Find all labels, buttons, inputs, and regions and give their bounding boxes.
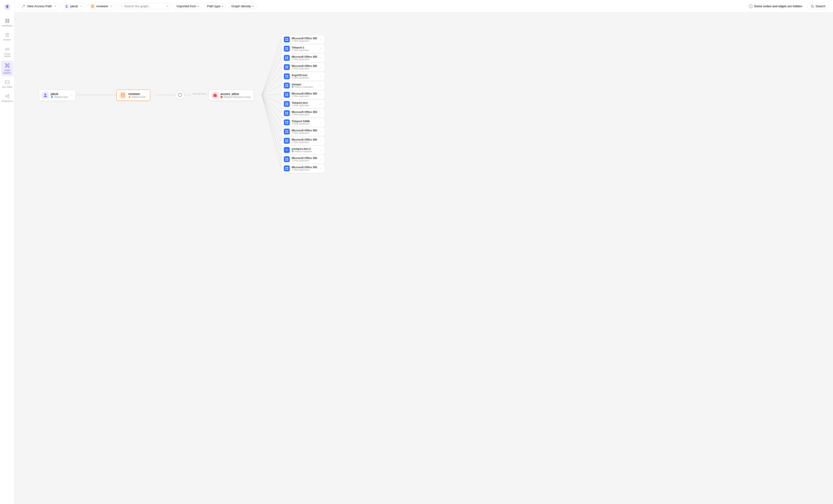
svg-rect-84 [285, 93, 287, 95]
rn14-name: Microsoft Office 365 [292, 156, 318, 159]
jakub-icon [42, 92, 49, 99]
svg-point-21 [8, 97, 9, 98]
node-shield[interactable] [176, 91, 185, 99]
node-rn8[interactable]: Teleport-test ⚙ Okta Application ☆ [281, 99, 325, 108]
node-rn15[interactable]: Microsoft Office 365 ⚙ Okta Application … [281, 164, 325, 173]
tab-reviewer[interactable]: reviewer ✕ [88, 3, 116, 10]
sidebar-item-integrations[interactable]: Integrations [1, 91, 14, 104]
jakub-star: ☆ [70, 94, 73, 97]
svg-rect-92 [285, 112, 287, 113]
svg-point-11 [8, 64, 9, 65]
filter-imported-from[interactable]: Imported from ▾ [173, 3, 202, 9]
svg-line-40 [262, 48, 281, 95]
svg-rect-106 [285, 141, 287, 142]
node-rn2[interactable]: Teleport-1 ⚙ Okta Application ☆ [281, 44, 325, 53]
node-rn3[interactable]: Microsoft Office 365 ⚙ Okta Application … [281, 53, 325, 62]
rn15-icon [284, 166, 290, 171]
rn13-name: postgres-dev-2 [292, 147, 318, 150]
node-jakub[interactable]: jakub 🔷 Teleport User ☆ [39, 90, 76, 101]
node-rn1[interactable]: Microsoft Office 365 ⚙ Okta Application … [281, 35, 325, 44]
rn12-type: ⚙ Okta Application [292, 141, 318, 144]
rn7-content: Microsoft Office 365 ⚙ Okta Application [292, 92, 318, 97]
rn3-star: ☆ [320, 56, 322, 59]
filter-path-type[interactable]: Path type ▾ [204, 3, 226, 9]
node-rn11[interactable]: Microsoft Office 365 ⚙ Okta Application … [281, 127, 325, 136]
node-rn7[interactable]: Microsoft Office 365 ⚙ Okta Application … [281, 90, 325, 99]
node-rn6[interactable]: dumper 🔷 Teleport Application ☆ [281, 81, 325, 90]
tab-jakub-close[interactable]: ✕ [79, 4, 83, 8]
sidebar-item-browse[interactable]: Browse [1, 30, 14, 43]
svg-rect-95 [287, 114, 288, 115]
rn5-name: ArgoCD-test [292, 74, 318, 77]
svg-rect-70 [285, 58, 287, 59]
svg-rect-93 [287, 112, 288, 113]
svg-rect-101 [287, 130, 288, 131]
filter-path-type-chevron: ▾ [222, 5, 223, 7]
rn7-star: ☆ [320, 93, 322, 96]
svg-line-42 [262, 67, 281, 95]
svg-rect-63 [287, 40, 288, 41]
svg-rect-103 [287, 132, 288, 133]
sidebar-item-crown-jewels[interactable]: Crown Jewels [1, 44, 14, 60]
svg-rect-105 [287, 139, 288, 141]
rn1-name: Microsoft Office 365 [292, 37, 318, 40]
access-allow-name: access_allow [220, 92, 251, 96]
node-rn14[interactable]: Microsoft Office 365 ⚙ Okta Application … [281, 155, 325, 164]
svg-rect-102 [285, 132, 287, 133]
rn1-star: ☆ [320, 38, 322, 41]
search-clear-icon[interactable]: ✕ [166, 5, 169, 8]
filter-graph-density[interactable]: Graph density ▾ [228, 3, 257, 9]
search-graph-input[interactable]: ✕ [118, 3, 171, 9]
tab-view-access-path-close[interactable]: ✕ [53, 4, 57, 8]
svg-rect-107 [287, 141, 288, 142]
rn3-type: ⚙ Okta Application [292, 58, 318, 60]
tab-reviewer-close[interactable]: ✕ [110, 4, 114, 8]
rn5-star: ☆ [320, 75, 322, 78]
tab-jakub[interactable]: jakub ✕ [62, 3, 86, 10]
svg-rect-86 [285, 95, 287, 96]
rn7-icon [284, 92, 290, 98]
rn15-name: Microsoft Office 365 [292, 166, 318, 169]
svg-line-22 [6, 95, 8, 96]
rn1-icon [284, 36, 290, 43]
node-rn13[interactable]: postgres-dev-2 🔷 Teleport Database ☆ [281, 145, 325, 155]
svg-rect-6 [5, 33, 9, 34]
browse-icon [4, 32, 10, 38]
node-rn9[interactable]: Microsoft Office 365 ⚙ Okta Application … [281, 108, 325, 118]
tab-view-access-path[interactable]: View Access Path ✕ [19, 3, 60, 10]
node-rn4[interactable]: Microsoft Office 365 ⚙ Okta Application … [281, 62, 325, 72]
svg-rect-69 [287, 56, 288, 58]
sidebar-item-dashboard[interactable]: Dashboard [1, 16, 14, 29]
rn6-type: 🔷 Teleport Application [292, 86, 318, 88]
reviewer-icon [120, 92, 126, 99]
node-reviewer[interactable]: reviewer 🔶 Teleport Role [116, 90, 150, 101]
rn13-icon [284, 147, 290, 153]
jakub-name: jakub [51, 92, 68, 96]
sql-editor-label: SQL Editor [2, 86, 13, 89]
node-rn10[interactable]: Teleport SAML ⚙ Okta Application ☆ [281, 118, 325, 127]
node-rn12[interactable]: Microsoft Office 365 ⚙ Okta Application … [281, 136, 325, 145]
svg-point-54 [45, 94, 46, 96]
svg-rect-112 [285, 159, 287, 161]
svg-line-53 [262, 95, 281, 168]
svg-rect-75 [287, 67, 288, 69]
svg-rect-83 [287, 86, 288, 87]
svg-point-12 [5, 67, 6, 67]
rn10-icon [284, 120, 290, 125]
svg-rect-91 [287, 104, 288, 105]
rn13-content: postgres-dev-2 🔷 Teleport Database [292, 147, 318, 153]
svg-rect-64 [285, 47, 287, 48]
rn9-icon [284, 110, 290, 116]
filter-imported-from-label: Imported from [176, 4, 196, 8]
search-graph-field[interactable] [124, 4, 165, 8]
filter-graph-density-label: Graph density [231, 4, 251, 8]
svg-rect-81 [287, 84, 288, 85]
sidebar-item-graph-explorer[interactable]: Graph Explorer [1, 60, 14, 76]
sidebar-item-sql-editor[interactable]: SQL Editor [1, 77, 14, 91]
rn5-type: ⚙ Okta Application [292, 77, 318, 79]
search-button[interactable]: Search [807, 3, 829, 10]
node-access-allow[interactable]: access_allow 🔴 Teleport Resource Group [209, 90, 254, 101]
svg-rect-76 [285, 75, 287, 76]
integrations-label: Integrations [1, 100, 13, 102]
node-rn5[interactable]: ArgoCD-test ⚙ Okta Application ☆ [281, 72, 325, 81]
